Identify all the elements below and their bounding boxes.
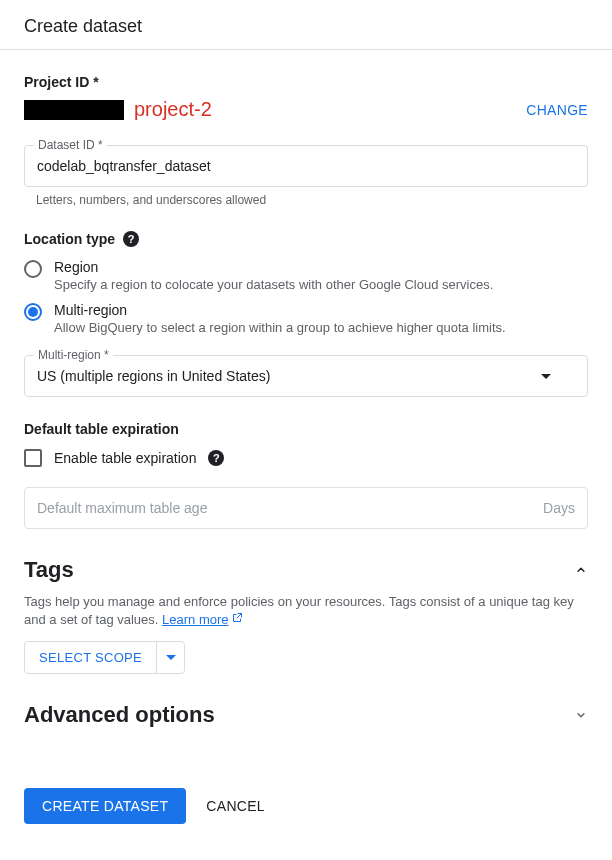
- dataset-id-input[interactable]: [24, 145, 588, 187]
- tags-section-toggle[interactable]: Tags: [24, 557, 588, 583]
- chevron-down-icon: [574, 708, 588, 722]
- cancel-button[interactable]: CANCEL: [202, 788, 269, 824]
- max-table-age-unit: Days: [543, 500, 575, 516]
- region-radio[interactable]: [24, 260, 42, 278]
- dialog-title: Create dataset: [24, 16, 142, 36]
- max-table-age-placeholder: Default maximum table age: [37, 500, 207, 516]
- region-radio-desc: Specify a region to colocate your datase…: [54, 277, 588, 292]
- caret-down-icon: [166, 655, 176, 660]
- expiration-title: Default table expiration: [24, 421, 179, 437]
- multiregion-radio-desc: Allow BigQuery to select a region within…: [54, 320, 588, 335]
- tags-description: Tags help you manage and enforce policie…: [24, 594, 574, 627]
- multiregion-radio-label: Multi-region: [54, 302, 588, 318]
- enable-expiration-label: Enable table expiration: [54, 450, 196, 466]
- external-link-icon: [231, 612, 243, 624]
- select-scope-button[interactable]: SELECT SCOPE: [25, 642, 156, 673]
- help-icon[interactable]: ?: [208, 450, 224, 466]
- change-project-button[interactable]: CHANGE: [526, 102, 588, 118]
- project-id-redacted: [24, 100, 124, 120]
- dataset-id-helper: Letters, numbers, and underscores allowe…: [36, 193, 588, 207]
- caret-down-icon: [541, 374, 551, 379]
- multiregion-select-label: Multi-region *: [34, 348, 113, 362]
- enable-expiration-checkbox[interactable]: [24, 449, 42, 467]
- dataset-id-label: Dataset ID *: [34, 138, 107, 152]
- select-scope-dropdown[interactable]: [156, 642, 184, 673]
- create-dataset-button[interactable]: CREATE DATASET: [24, 788, 186, 824]
- project-id-label: Project ID *: [24, 74, 588, 90]
- multiregion-select-value: US (multiple regions in United States): [37, 368, 270, 384]
- location-type-title: Location type: [24, 231, 115, 247]
- advanced-section-toggle[interactable]: Advanced options: [24, 702, 588, 728]
- dialog-header: Create dataset: [0, 0, 612, 50]
- region-radio-label: Region: [54, 259, 588, 275]
- chevron-up-icon: [574, 563, 588, 577]
- learn-more-link[interactable]: Learn more: [162, 612, 228, 627]
- help-icon[interactable]: ?: [123, 231, 139, 247]
- advanced-title: Advanced options: [24, 702, 215, 728]
- project-name: project-2: [134, 98, 212, 121]
- tags-title: Tags: [24, 557, 74, 583]
- max-table-age-input: Default maximum table age Days: [24, 487, 588, 529]
- multiregion-radio[interactable]: [24, 303, 42, 321]
